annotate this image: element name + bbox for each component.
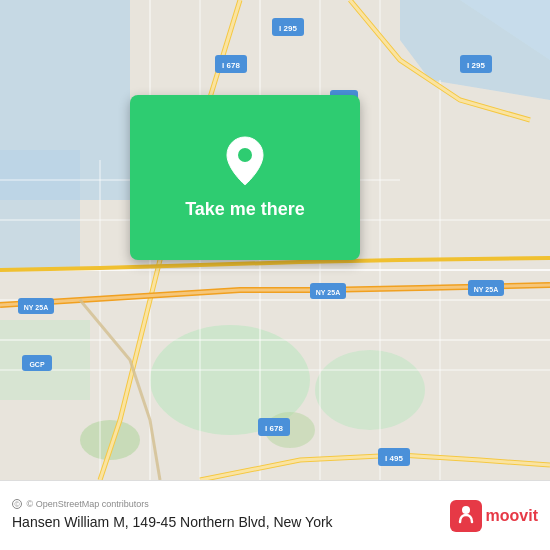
svg-point-44 xyxy=(462,506,470,514)
svg-text:I 678: I 678 xyxy=(265,424,283,433)
svg-rect-1 xyxy=(0,150,80,270)
moovit-icon xyxy=(450,500,482,532)
svg-point-42 xyxy=(238,148,252,162)
moovit-text: moovit xyxy=(486,507,538,525)
svg-text:I 295: I 295 xyxy=(279,24,297,33)
take-me-there-label: Take me there xyxy=(185,199,305,220)
svg-text:I 678: I 678 xyxy=(222,61,240,70)
svg-text:I 295: I 295 xyxy=(467,61,485,70)
map-container: I 295 I 295 I 678 I 678 NY 25A NY 25A NY… xyxy=(0,0,550,480)
moovit-logo: moovit xyxy=(450,500,538,532)
info-bar: © © OpenStreetMap contributors Hansen Wi… xyxy=(0,480,550,550)
address-text: Hansen William M, 149-45 Northern Blvd, … xyxy=(12,513,450,531)
location-pin-icon xyxy=(223,135,267,187)
copyright-text: © © OpenStreetMap contributors xyxy=(12,499,450,509)
copyright-circle: © xyxy=(12,499,22,509)
svg-text:NY 25A: NY 25A xyxy=(316,289,340,296)
svg-text:I 495: I 495 xyxy=(385,454,403,463)
take-me-there-button[interactable]: Take me there xyxy=(130,95,360,260)
svg-text:GCP: GCP xyxy=(29,361,45,368)
svg-text:NY 25A: NY 25A xyxy=(474,286,498,293)
svg-text:NY 25A: NY 25A xyxy=(24,304,48,311)
info-left: © © OpenStreetMap contributors Hansen Wi… xyxy=(12,499,450,531)
svg-point-5 xyxy=(315,350,425,430)
